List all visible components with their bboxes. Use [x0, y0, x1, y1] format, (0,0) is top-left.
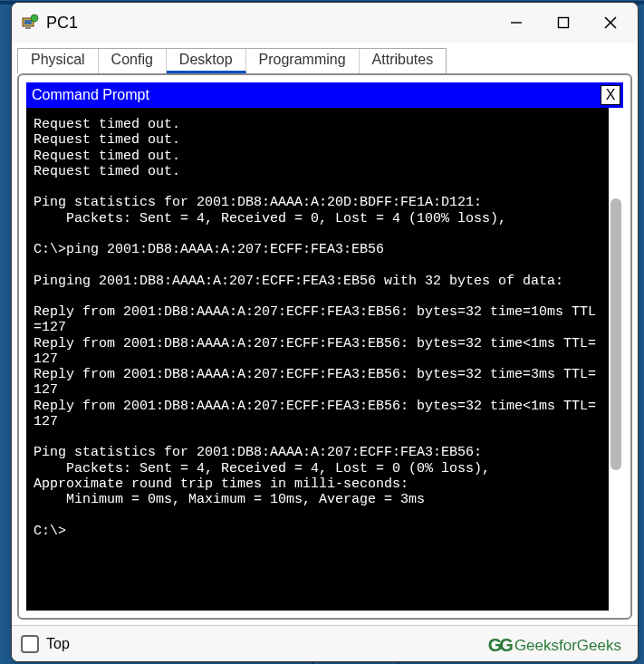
tab-bar-wrap: Physical Config Desktop Programming Attr…	[12, 43, 638, 73]
titlebar[interactable]: PC1	[12, 3, 638, 43]
device-icon	[21, 14, 39, 32]
terminal-output[interactable]: Request timed out. Request timed out. Re…	[26, 108, 609, 611]
svg-rect-9	[559, 18, 569, 28]
tab-attributes[interactable]: Attributes	[360, 49, 447, 73]
tab-config[interactable]: Config	[99, 49, 167, 73]
desktop-panel: Command Prompt X Request timed out. Requ…	[17, 73, 632, 620]
terminal-scrollbar[interactable]	[609, 108, 623, 611]
svg-point-7	[31, 14, 38, 22]
svg-rect-6	[25, 27, 31, 29]
minimize-button[interactable]	[493, 5, 540, 41]
app-window: PC1 Physical Config Desktop Programming …	[11, 2, 639, 662]
window-title: PC1	[46, 14, 78, 33]
watermark-text: GeeksforGeeks	[514, 637, 621, 655]
scroll-thumb[interactable]	[610, 198, 621, 470]
top-label: Top	[46, 636, 70, 652]
svg-rect-5	[24, 20, 32, 24]
close-button[interactable]	[587, 5, 634, 41]
command-prompt-title: Command Prompt	[32, 87, 149, 103]
top-checkbox[interactable]	[21, 635, 39, 653]
tab-bar: Physical Config Desktop Programming Attr…	[17, 48, 447, 73]
bottom-bar: Top GG GeeksforGeeks	[12, 625, 638, 661]
command-prompt-close-button[interactable]: X	[601, 85, 620, 105]
watermark: GG GeeksforGeeks	[488, 635, 621, 656]
gfg-logo-icon: GG	[488, 635, 511, 656]
tab-programming[interactable]: Programming	[246, 49, 360, 73]
tab-desktop[interactable]: Desktop	[167, 49, 246, 73]
tab-physical[interactable]: Physical	[18, 49, 99, 73]
maximize-button[interactable]	[540, 5, 587, 41]
command-prompt-titlebar[interactable]: Command Prompt X	[26, 82, 623, 108]
terminal-wrap: Request timed out. Request timed out. Re…	[26, 108, 623, 611]
